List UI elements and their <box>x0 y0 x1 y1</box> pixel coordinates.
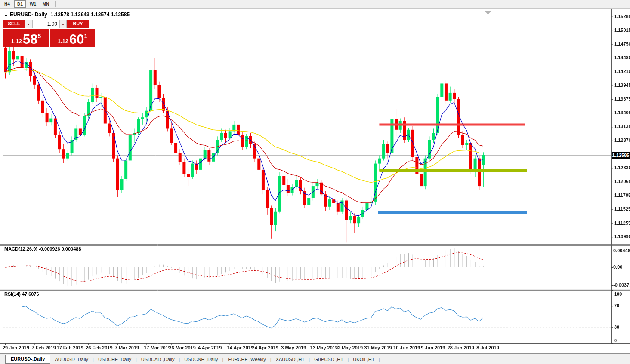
tab-separator: | <box>379 357 380 362</box>
chart-tab-bar: EURUSD-,DailyAUDUSD-,Daily|USDCHF-,Daily… <box>0 354 630 364</box>
timeframe-button-d1[interactable]: D1 <box>14 0 26 8</box>
chart-tab[interactable]: XAUUSD-,H1 <box>272 355 309 363</box>
chart-tab[interactable]: GBPUSD-,H1 <box>310 355 347 363</box>
buy-price-display[interactable]: 1.12 60 1 <box>50 29 95 47</box>
chart-window: ▲EURUSD-,Daily1.12578 1.12643 1.12574 1.… <box>0 9 630 354</box>
buy-price-base: 1.12 <box>58 38 68 44</box>
scroll-to-end-marker[interactable] <box>485 11 491 15</box>
timeframe-button-mn[interactable]: MN <box>40 0 52 8</box>
sell-price-pip: 5 <box>38 33 41 40</box>
timeframe-toolbar: H4D1W1MN <box>0 0 630 9</box>
triangle-down-icon: ▼ <box>27 23 30 26</box>
triangle-up-icon: ▲ <box>62 23 65 26</box>
application-root: H4D1W1MN ▲EURUSD-,Daily1.12578 1.12643 1… <box>0 0 630 364</box>
one-click-trading-panel: SELL ▼ ▲ BUY 1.12 58 5 <box>3 20 95 47</box>
chart-tab[interactable]: USDCAD-,Daily <box>137 355 179 363</box>
timeframe-button-w1[interactable]: W1 <box>27 0 39 8</box>
toolbar-separator <box>55 1 56 7</box>
volume-increase-button[interactable]: ▲ <box>59 20 67 28</box>
chart-tab[interactable]: AUDUSD-,Daily <box>50 355 93 363</box>
chart-quote-ohlc: 1.12578 1.12643 1.12574 1.12585 <box>51 12 130 18</box>
sell-price-display[interactable]: 1.12 58 5 <box>3 29 49 47</box>
chart-canvas[interactable] <box>0 9 630 353</box>
chart-tab[interactable]: EURUSD-,Daily <box>5 355 50 364</box>
chart-tab[interactable]: USDCHF-,Daily <box>94 355 136 363</box>
chart-header: ▲EURUSD-,Daily1.12578 1.12643 1.12574 1.… <box>4 12 130 18</box>
chart-tab[interactable]: UKOil-,H1 <box>349 355 379 363</box>
buy-price-big: 60 <box>69 33 84 46</box>
trade-controls-row: SELL ▼ ▲ BUY <box>3 20 95 28</box>
sell-price-big: 58 <box>23 33 37 46</box>
buy-button[interactable]: BUY <box>67 20 89 28</box>
volume-input[interactable] <box>32 20 59 28</box>
buy-price-pip: 1 <box>84 33 88 40</box>
timeframe-button-h4[interactable]: H4 <box>1 0 13 8</box>
volume-decrease-button[interactable]: ▼ <box>25 20 32 28</box>
chart-symbol-period: EURUSD-,Daily <box>10 12 47 18</box>
current-price-tag: 1.12585 <box>612 152 630 159</box>
macd-indicator-label: MACD(12,26,9) -0.000926 0.000488 <box>4 246 81 251</box>
chart-tab[interactable]: EURCHF-,Weekly <box>223 355 270 363</box>
sell-price-base: 1.12 <box>11 38 22 44</box>
trade-prices-row: 1.12 58 5 1.12 60 1 <box>3 29 95 47</box>
rsi-indicator-label: RSI(14) 47.6076 <box>4 291 39 297</box>
chart-tab[interactable]: USDCNH-,Daily <box>180 355 222 363</box>
sell-button[interactable]: SELL <box>3 20 25 28</box>
collapse-triangle-icon[interactable]: ▲ <box>4 13 8 17</box>
